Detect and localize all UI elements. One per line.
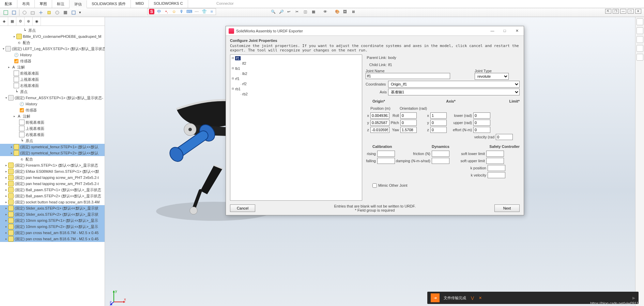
tree-node[interactable]: 📶传感器 [0, 107, 105, 113]
ime-punct-icon[interactable]: •, [164, 9, 169, 14]
next-button[interactable]: Next [494, 204, 520, 212]
hide-show-icon[interactable]: 👁 [323, 10, 330, 16]
ribbon-tab[interactable]: 草图 [35, 0, 52, 8]
tree-node[interactable]: 右视基准面 [0, 82, 105, 89]
taskpane-tab[interactable] [637, 54, 643, 61]
mdi-minimize-button[interactable]: — [620, 9, 626, 14]
view-triad[interactable]: y x z [110, 289, 127, 306]
joint-tree-node[interactable]: …lf2 [232, 61, 361, 66]
ribbon-tab[interactable]: 配体 [0, 0, 17, 8]
ime-keyboard-icon[interactable]: ⌨ [186, 9, 192, 14]
tree-node[interactable]: ⎋配合 [0, 156, 105, 162]
ime-voice-icon[interactable]: 🎙 [179, 9, 184, 14]
qat-button[interactable] [37, 9, 45, 16]
friction-input[interactable] [432, 151, 449, 157]
axis-z-input[interactable] [430, 127, 447, 133]
roll-input[interactable] [400, 112, 417, 119]
pitch-input[interactable] [400, 120, 417, 126]
pos-z-input[interactable] [370, 127, 389, 133]
tree-node[interactable]: ▾(固定) LEFT_Leg_ASSY.STEP<1> (默认<默认_显示状态-… [0, 46, 105, 52]
toast-expand-button[interactable]: ⋁ [471, 296, 474, 300]
tree-tab[interactable]: ◉ [33, 17, 41, 26]
falling-input[interactable] [377, 158, 395, 164]
joint-type-select[interactable]: revolute [475, 73, 509, 80]
joint-tree-node[interactable]: …rb2 [232, 91, 361, 96]
tree-node[interactable]: ▾(固定) Femur_ASSY.STEP<1> (默认<默认_显示状态- [0, 95, 105, 101]
taskpane-tab[interactable] [637, 45, 643, 52]
joint-tree-node[interactable]: ⊟rf1 [232, 76, 361, 81]
tree-node[interactable]: ▸(固定) pan cross head_am B18.6.7M - M2.5 … [0, 230, 105, 236]
zoom-area-icon[interactable]: 🔎 [279, 10, 286, 16]
tree-node[interactable]: ▸(固定) pan cross head_am B18.6.7M - M2.5 … [0, 236, 105, 242]
soft-upper-input[interactable] [486, 158, 504, 164]
joint-tree[interactable]: ⊟lf1…lf2⊟lb1…lb2⊟rf1…rf2⊟rb1…rb2 [230, 55, 362, 201]
ime-badge-icon[interactable]: S [149, 9, 154, 14]
ribbon-tab[interactable]: 标注 [52, 0, 70, 8]
qat-button[interactable] [70, 9, 77, 16]
tree-tab[interactable]: ⊕ [25, 17, 33, 26]
joint-tree-node[interactable]: ⊟lf1 [232, 56, 361, 61]
taskpane-tab[interactable] [637, 18, 643, 25]
qat-button[interactable] [45, 9, 53, 16]
taskpane-tab[interactable] [637, 36, 643, 43]
tree-node[interactable]: 上视基准面 [0, 125, 105, 132]
joint-tree-node[interactable]: …rf2 [232, 81, 361, 86]
axis-y-input[interactable] [430, 120, 447, 126]
display-style-icon[interactable]: ▦ [312, 10, 319, 16]
tree-node[interactable]: ▸(固定) Ball_pawn.STEP<1> (默认<<默认>_显示状态 [0, 187, 105, 193]
tree-node[interactable]: 前视基准面 [0, 70, 105, 76]
dialog-close-button[interactable]: ✕ [513, 29, 521, 33]
tree-node[interactable]: 📶传感器 [0, 58, 105, 64]
ime-skin-icon[interactable]: 👕 [201, 9, 207, 14]
ime-emoji-icon[interactable]: ☺ [171, 9, 177, 14]
dialog-minimize-button[interactable]: — [488, 29, 496, 33]
tree-node[interactable]: 🕘History [0, 52, 105, 58]
yaw-input[interactable] [400, 127, 417, 133]
appearance-icon[interactable]: 🎨 [335, 10, 342, 16]
tree-node[interactable]: ┕原点 [0, 138, 105, 144]
render-icon[interactable]: 🖥 [351, 10, 358, 16]
tree-node[interactable]: ▸A注解 [0, 64, 105, 70]
upper-input[interactable] [473, 120, 490, 126]
view-orient-icon[interactable]: ◫ [304, 10, 310, 16]
qat-dropdown[interactable]: ▾ [78, 9, 82, 16]
qat-button[interactable] [53, 9, 61, 16]
qat-button[interactable] [62, 9, 69, 16]
tree-node[interactable]: ▸(固定) Slider_axis.STEP<2> (默认<<默认>_显示状 [0, 211, 105, 217]
toast-close-button[interactable]: ✕ [479, 296, 482, 300]
section-view-icon[interactable]: ✂ [295, 10, 302, 16]
tree-node[interactable]: 右视基准面 [0, 132, 105, 138]
tree-tab[interactable]: ▦ [8, 17, 16, 26]
joint-tree-node[interactable]: ⊟rb1 [232, 86, 361, 91]
ribbon-tab[interactable]: MBD [131, 0, 149, 8]
joint-name-input[interactable] [366, 73, 450, 79]
tree-node[interactable]: ▸(固定) pan head tapping screw_am_PHT 2x6x… [0, 174, 105, 181]
tree-node[interactable]: ▸(固定) symetrical_femur.STEP<1> (默认<<默认 [0, 144, 105, 150]
ribbon-tab[interactable]: SOLIDWORKS C [149, 0, 188, 8]
mdi-span-icon[interactable]: ⇱ [605, 9, 611, 14]
tree-node[interactable]: ▸Biltle_EVO_codenamePHOEBE_quadruped_M [0, 33, 105, 40]
tree-node[interactable]: ▸(固定) 10mm spring.STEP<2> (默认<<默认>_显示 [0, 224, 105, 230]
joint-tree-node[interactable]: …lb2 [232, 71, 361, 76]
mimic-checkbox[interactable] [372, 183, 377, 188]
feature-tree-body[interactable]: ┕原点▸Biltle_EVO_codenamePHOEBE_quadruped_… [0, 26, 105, 306]
toast-play-icon[interactable]: ▶ [632, 296, 635, 300]
dialog-titlebar[interactable]: SolidWorks Assembly to URDF Exporter — □… [226, 26, 524, 36]
axis-select[interactable]: 基准轴1 [388, 89, 520, 95]
coordinates-select[interactable]: Origin_lf1 [388, 81, 520, 88]
kposition-input[interactable] [488, 165, 505, 171]
ime-more-icon[interactable]: ⋯ [194, 9, 199, 14]
tree-node[interactable]: 前视基准面 [0, 119, 105, 125]
qat-button[interactable] [21, 9, 28, 16]
pos-x-input[interactable] [370, 112, 389, 119]
soft-lower-input[interactable] [486, 151, 504, 157]
joint-tree-node[interactable]: ⊟lb1 [232, 66, 361, 71]
dialog-maximize-button[interactable]: □ [501, 29, 509, 33]
tree-node[interactable]: ▸(固定) EMax ES08MAII Servo.STEP<1> (默认<<默 [0, 168, 105, 174]
mdi-maximize-button[interactable]: □ [628, 9, 634, 14]
ribbon-tab[interactable]: SOLIDWORKS 插件 [87, 0, 131, 8]
tree-node[interactable]: ▸(固定) Forearm.STEP<1> (默认<<默认>_显示状态 [0, 162, 105, 168]
tree-node[interactable]: ▸(固定) socket button head cap screw_am B1… [0, 199, 105, 205]
mdi-close-button[interactable]: ✕ [635, 9, 641, 14]
tree-node[interactable]: ⎋配合 [0, 40, 105, 46]
